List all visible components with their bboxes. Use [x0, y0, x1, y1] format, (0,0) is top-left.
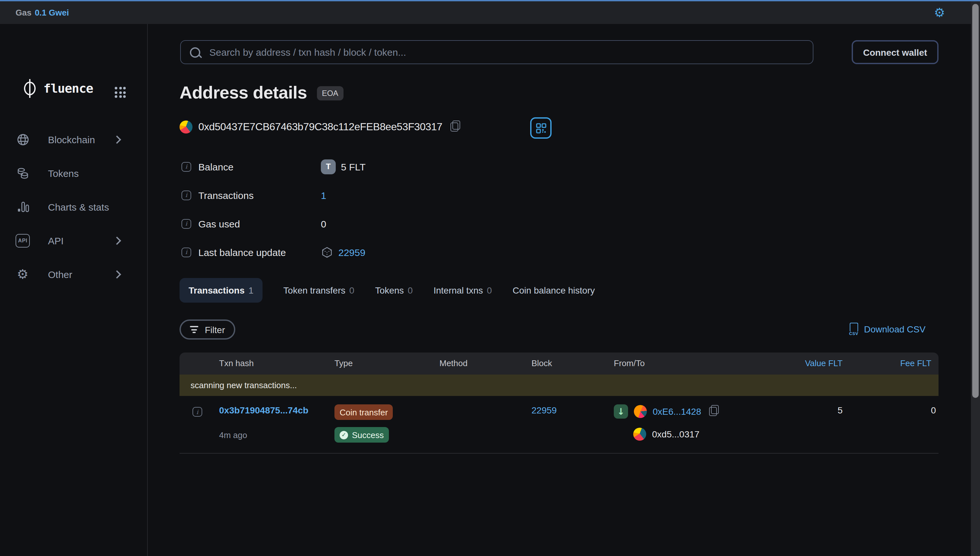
- chevron-right-icon: [113, 236, 121, 244]
- gas-used-value: 0: [321, 218, 326, 229]
- last-balance-block-link[interactable]: 22959: [338, 247, 365, 258]
- col-from-to: From/To: [614, 352, 645, 375]
- coins-icon: [16, 166, 30, 180]
- info-icon[interactable]: i: [181, 190, 191, 200]
- to-avatar: [633, 428, 646, 441]
- scanning-banner: scanning new transactions...: [180, 375, 938, 396]
- api-icon: API: [16, 233, 30, 247]
- col-method: Method: [440, 352, 467, 375]
- bar-chart-icon: [16, 200, 30, 214]
- check-icon: ✓: [340, 431, 348, 439]
- title-row: Address details EOA: [180, 83, 343, 103]
- search-icon: [190, 47, 200, 57]
- detail-label: Transactions: [198, 189, 254, 200]
- col-txn-hash: Txn hash: [219, 352, 254, 375]
- sidebar-item-label: API: [48, 235, 63, 246]
- address-type-badge: EOA: [317, 86, 343, 100]
- copy-from-address-icon[interactable]: [709, 407, 716, 416]
- fluence-logo-icon: [24, 81, 36, 95]
- chevron-right-icon: [113, 270, 121, 278]
- info-icon[interactable]: i: [192, 407, 202, 417]
- balance-value: 5 FLT: [341, 161, 365, 172]
- detail-row-balance: i Balance T 5 FLT: [181, 158, 635, 175]
- address-avatar: [180, 121, 192, 134]
- block-link[interactable]: 22959: [532, 405, 557, 415]
- filter-button[interactable]: Filter: [180, 320, 235, 339]
- app-window: Gas 0.1 Gwei ⚙ fluence Blockchain: [0, 0, 980, 556]
- tab-count: 1: [249, 285, 254, 296]
- transactions-table: Txn hash Type Method Block From/To Value…: [180, 352, 938, 454]
- table-row: i 0x3b71904875...74cb 4m ago Coin transf…: [180, 396, 938, 454]
- tab-internal-txns[interactable]: Internal txns 0: [433, 285, 492, 296]
- sidebar-item-label: Blockchain: [48, 134, 95, 145]
- copy-address-icon[interactable]: [450, 123, 458, 131]
- gear-icon: ⚙: [16, 267, 30, 281]
- brand-logo[interactable]: fluence: [24, 81, 93, 95]
- top-bar: Gas 0.1 Gwei ⚙: [0, 1, 980, 24]
- col-fee-sort[interactable]: Fee FLT: [876, 352, 931, 375]
- scrollbar-thumb[interactable]: [972, 4, 979, 398]
- globe-icon: [16, 132, 30, 147]
- info-icon[interactable]: i: [181, 247, 191, 257]
- tab-transactions[interactable]: Transactions 1: [180, 278, 262, 302]
- tab-tokens[interactable]: Tokens 0: [375, 285, 412, 296]
- sidebar-item-charts[interactable]: Charts & stats: [0, 190, 147, 223]
- filter-icon: [190, 326, 198, 333]
- brand-name: fluence: [44, 81, 93, 95]
- tab-count: 0: [408, 285, 413, 296]
- gas-label: Gas: [16, 8, 31, 18]
- sidebar-item-blockchain[interactable]: Blockchain: [0, 123, 147, 156]
- tab-coin-balance-history[interactable]: Coin balance history: [513, 285, 595, 296]
- from-avatar: [634, 405, 647, 418]
- tab-token-transfers[interactable]: Token transfers 0: [283, 285, 354, 296]
- txn-type-badge: Coin transfer: [335, 404, 393, 420]
- page-title: Address details: [180, 83, 307, 103]
- txn-age: 4m ago: [219, 430, 247, 440]
- connect-wallet-button[interactable]: Connect wallet: [852, 40, 938, 64]
- info-icon[interactable]: i: [181, 162, 191, 171]
- token-logo: T: [321, 159, 336, 174]
- txn-fee: 0: [881, 405, 936, 415]
- gas-value: 0.1 Gwei: [35, 8, 69, 18]
- to-address: 0xd5...0317: [652, 429, 699, 440]
- scrollbar-track[interactable]: [971, 1, 980, 556]
- qr-icon: [536, 123, 546, 133]
- detail-row-gas-used: i Gas used 0: [181, 215, 635, 232]
- csv-file-icon: CSV: [849, 323, 858, 336]
- tab-count: 0: [487, 285, 492, 296]
- settings-gear-icon[interactable]: ⚙: [934, 6, 945, 19]
- sidebar-nav: Blockchain Tokens: [0, 123, 147, 291]
- transactions-count-link[interactable]: 1: [321, 189, 326, 200]
- from-address-link[interactable]: 0xE6...1428: [653, 406, 701, 417]
- address-hash: 0xd50437E7CB67463b79C38c112eFEB8ee53F303…: [198, 121, 442, 133]
- sidebar-item-tokens[interactable]: Tokens: [0, 156, 147, 190]
- gas-tracker[interactable]: Gas 0.1 Gwei: [16, 8, 69, 18]
- block-cube-icon: [321, 246, 333, 258]
- search-input[interactable]: [208, 46, 804, 58]
- txn-value: 5: [788, 405, 843, 415]
- address-row: 0xd50437E7CB67463b79C38c112eFEB8ee53F303…: [180, 121, 458, 134]
- sidebar-item-other[interactable]: ⚙ Other: [0, 257, 147, 291]
- detail-label: Last balance update: [198, 247, 286, 258]
- detail-row-last-balance-update: i Last balance update 22959: [181, 244, 635, 260]
- chevron-right-icon: [113, 135, 121, 143]
- sidebar: fluence Blockchain: [0, 24, 148, 556]
- apps-grid-icon[interactable]: [115, 87, 126, 98]
- detail-label: Balance: [198, 161, 233, 172]
- sidebar-item-label: Other: [48, 268, 72, 280]
- search-bar[interactable]: [180, 40, 813, 64]
- tab-count: 0: [349, 285, 354, 296]
- incoming-arrow-icon: ↓: [614, 404, 628, 419]
- txn-hash-link[interactable]: 0x3b71904875...74cb: [219, 405, 309, 415]
- download-csv-link[interactable]: CSV Download CSV: [849, 323, 925, 336]
- sidebar-item-label: Tokens: [48, 168, 79, 179]
- sidebar-item-api[interactable]: API API: [0, 223, 147, 257]
- col-type: Type: [335, 352, 353, 375]
- table-header: Txn hash Type Method Block From/To Value…: [180, 352, 938, 375]
- detail-row-transactions: i Transactions 1: [181, 187, 635, 204]
- col-value-sort[interactable]: Value FLT: [788, 352, 843, 375]
- qr-code-button[interactable]: [530, 117, 551, 139]
- info-icon[interactable]: i: [181, 219, 191, 228]
- col-block: Block: [532, 352, 552, 375]
- txn-status-badge: ✓ Success: [335, 427, 389, 443]
